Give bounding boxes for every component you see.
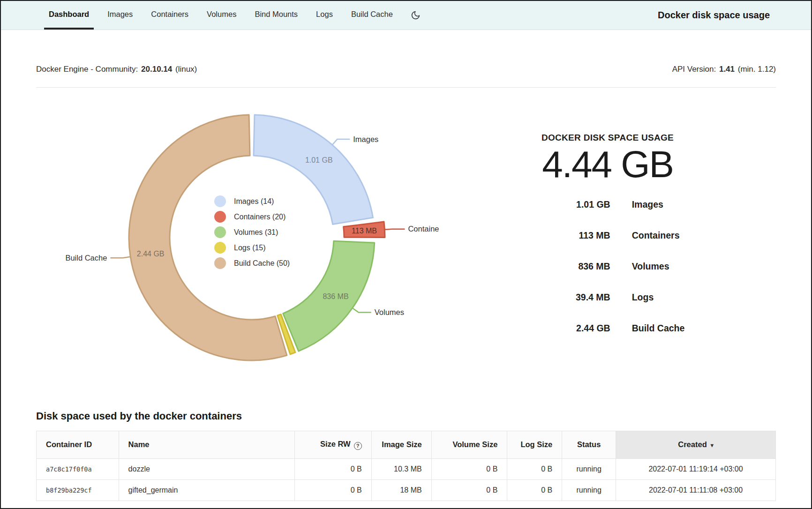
disk-usage-summary-panel: DOCKER DISK SPACE USAGE 4.44 GB 1.01 GBI… [439, 88, 776, 403]
summary-label: Images [632, 199, 663, 210]
cell-status: running [562, 479, 616, 501]
column-header-label: Container ID [46, 440, 92, 449]
column-header-log-size[interactable]: Log Size [507, 431, 562, 459]
slice-value-label: 2.44 GB [137, 250, 165, 258]
cell-name: gifted_germain [119, 479, 294, 501]
tab-build-cache[interactable]: Build Cache [346, 1, 398, 30]
legend-color-dot [214, 242, 226, 254]
legend-item-volumes[interactable]: Volumes (31) [214, 226, 290, 238]
nav-tabs: Dashboard Images Containers Volumes Bind… [44, 1, 398, 30]
containers-table-heading: Disk space used by the docker containers [36, 410, 776, 422]
legend-item-logs[interactable]: Logs (15) [214, 242, 290, 254]
disk-usage-section: 1.01 GBImages113 MBContainers836 MBVolum… [36, 88, 776, 403]
column-header-size-rw[interactable]: Size RW? [295, 431, 372, 459]
dark-mode-toggle[interactable] [408, 1, 423, 30]
slice-callout-label: Build Cache [65, 254, 107, 262]
slice-value-label: 836 MB [323, 292, 348, 300]
app-title: Docker disk space usage [658, 10, 811, 21]
tab-label: Volumes [207, 10, 236, 19]
cell-log-size: 0 B [507, 458, 562, 479]
slice-callout-line [111, 257, 130, 258]
summary-rows: 1.01 GBImages113 MBContainers836 MBVolum… [531, 189, 685, 344]
tab-containers[interactable]: Containers [146, 1, 193, 30]
summary-row-containers: 113 MBContainers [531, 220, 685, 251]
slice-value-label: 113 MB [352, 227, 377, 235]
cell-name: dozzle [119, 458, 294, 479]
column-header-image-size[interactable]: Image Size [371, 431, 431, 459]
summary-value: 2.44 GB [531, 323, 610, 334]
tab-label: Bind Mounts [255, 10, 298, 19]
tab-bind-mounts[interactable]: Bind Mounts [250, 1, 302, 30]
cell-created: 2022-07-01 11:19:14 +03:00 [616, 458, 776, 479]
legend-text: Build Cache (50) [234, 259, 290, 268]
summary-total-value: 4.44 GB [439, 145, 776, 184]
table-row: b8f29ba229cfgifted_germain0 B18 MB0 B0 B… [37, 479, 776, 501]
legend-text: Images (14) [234, 197, 274, 206]
summary-label: Logs [632, 292, 654, 303]
cell-size-rw: 0 B [295, 458, 372, 479]
summary-title: DOCKER DISK SPACE USAGE [439, 133, 776, 143]
column-header-container-id[interactable]: Container ID [37, 431, 119, 459]
api-version: 1.41 [719, 65, 735, 74]
column-header-label: Volume Size [452, 440, 497, 449]
tab-volumes[interactable]: Volumes [202, 1, 241, 30]
column-header-status[interactable]: Status [562, 431, 616, 459]
tab-label: Logs [316, 10, 333, 19]
engine-version: 20.10.14 [141, 65, 172, 74]
summary-value: 113 MB [531, 230, 610, 241]
slice-callout-line [353, 308, 371, 312]
column-header-label: Created [678, 440, 707, 449]
tab-dashboard[interactable]: Dashboard [44, 1, 94, 30]
slice-callout-label: Volumes [375, 308, 404, 316]
legend-item-images[interactable]: Images (14) [214, 195, 290, 207]
tab-label: Images [107, 10, 133, 19]
cell-size-rw: 0 B [295, 479, 372, 501]
summary-value: 39.4 MB [531, 292, 610, 303]
engine-platform: (linux) [175, 65, 197, 74]
slice-callout-label: Images [353, 135, 378, 143]
tab-images[interactable]: Images [103, 1, 137, 30]
column-header-label: Size RW [320, 440, 351, 448]
summary-value: 1.01 GB [531, 199, 610, 210]
summary-row-logs: 39.4 MBLogs [531, 282, 685, 313]
slice-callout-line [332, 139, 349, 145]
column-header-label: Image Size [382, 440, 421, 449]
legend-text: Volumes (31) [234, 228, 278, 237]
legend-color-dot [214, 195, 226, 207]
cell-created: 2022-07-01 11:11:08 +03:00 [616, 479, 776, 501]
main-content: Docker Engine - Community: 20.10.14 (lin… [1, 65, 811, 501]
tab-label: Build Cache [351, 10, 393, 19]
slice-callout-label: Containers [408, 225, 439, 233]
summary-label: Volumes [632, 261, 669, 272]
column-header-label: Status [577, 440, 601, 449]
api-min-version: (min. 1.12) [738, 65, 776, 74]
summary-row-build-cache: 2.44 GBBuild Cache [531, 313, 685, 344]
legend-color-dot [214, 211, 226, 223]
column-header-volume-size[interactable]: Volume Size [431, 431, 507, 459]
sort-desc-icon: ▾ [711, 442, 714, 449]
help-icon[interactable]: ? [354, 442, 362, 450]
legend-text: Logs (15) [234, 244, 266, 252]
cell-status: running [562, 458, 616, 479]
disk-usage-donut-chart: 1.01 GBImages113 MBContainers836 MBVolum… [36, 88, 439, 403]
slice-callout-line [384, 229, 404, 230]
column-header-name[interactable]: Name [119, 431, 294, 459]
cell-volume-size: 0 B [431, 479, 507, 501]
column-header-created[interactable]: Created▾ [616, 431, 776, 459]
containers-table: Container IDNameSize RW?Image SizeVolume… [36, 431, 776, 501]
summary-value: 836 MB [531, 261, 610, 272]
table-header-row: Container IDNameSize RW?Image SizeVolume… [37, 431, 776, 459]
cell-image-size: 18 MB [371, 479, 431, 501]
cell-image-size: 10.3 MB [371, 458, 431, 479]
app-window: Dashboard Images Containers Volumes Bind… [0, 0, 812, 509]
tab-logs[interactable]: Logs [311, 1, 338, 30]
legend-item-containers[interactable]: Containers (20) [214, 211, 290, 223]
column-header-label: Log Size [520, 440, 552, 449]
top-navbar: Dashboard Images Containers Volumes Bind… [1, 1, 811, 30]
legend-item-build-cache[interactable]: Build Cache (50) [214, 257, 290, 269]
moon-icon [411, 10, 421, 20]
table-row: a7c8c17f0f0adozzle0 B10.3 MB0 B0 Brunnin… [37, 458, 776, 479]
legend-text: Containers (20) [234, 213, 286, 221]
api-version-info: API Version: 1.41 (min. 1.12) [672, 65, 776, 74]
cell-log-size: 0 B [507, 479, 562, 501]
